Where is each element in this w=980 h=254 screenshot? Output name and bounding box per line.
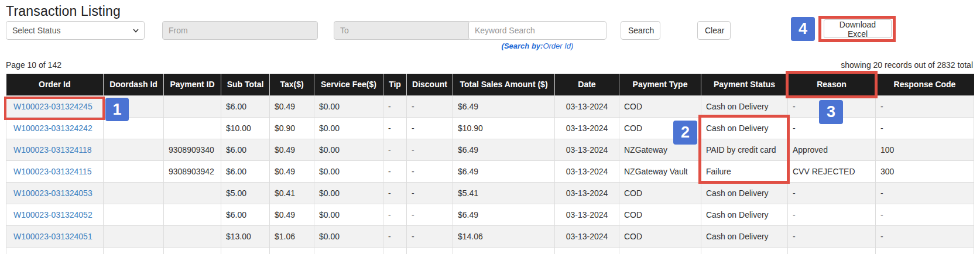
column-header-sub-total: Sub Total	[221, 74, 270, 95]
table-cell	[104, 160, 164, 182]
table-cell: -	[407, 95, 453, 117]
table-cell: -	[407, 182, 453, 204]
table-cell: 300	[876, 160, 974, 182]
table-cell: $0.00	[314, 139, 383, 160]
table-cell: -	[383, 117, 407, 139]
column-header-service-fee: Service Fee($)	[314, 74, 383, 95]
table-cell: 03-13-2024	[555, 225, 619, 247]
clear-button[interactable]: Clear	[697, 21, 731, 40]
table-cell: -	[407, 139, 453, 160]
table-cell	[221, 247, 270, 254]
column-header-discount: Discount	[407, 74, 453, 95]
annotation-box-reason-header	[786, 71, 878, 98]
table-cell: $6.49	[453, 160, 555, 182]
table-cell	[383, 247, 407, 254]
search-hint-rest: Order Id)	[543, 42, 573, 50]
table-cell: $1.06	[270, 225, 314, 247]
table-cell: -	[788, 204, 876, 225]
table-cell: Cash on Delivery	[701, 182, 788, 204]
table-cell	[407, 247, 453, 254]
table-row: W100023-031324053$5.00$0.41$0.00--$5.410…	[6, 182, 974, 204]
table-cell: $14.06	[453, 225, 555, 247]
from-date-input[interactable]	[162, 21, 318, 40]
table-cell: W100023-031324053	[6, 182, 104, 204]
table-cell: $6.00	[221, 204, 270, 225]
order-id-link[interactable]: W100023-031324115	[13, 167, 92, 176]
search-hint-bold: (Search by:	[502, 42, 543, 50]
table-cell: 03-13-2024	[555, 182, 619, 204]
table-cell	[619, 247, 701, 254]
order-id-link[interactable]: W100023-031324051	[13, 232, 92, 241]
table-cell: 9308909340	[164, 139, 221, 160]
table-cell: CVV REJECTED	[788, 160, 876, 182]
table-cell: COD	[619, 204, 701, 225]
table-cell: -	[383, 225, 407, 247]
table-cell: $0.49	[270, 95, 314, 117]
annotation-badge-2: 2	[673, 121, 697, 145]
table-cell: 03-13-2024	[555, 139, 619, 160]
table-cell	[788, 247, 876, 254]
table-cell: Cash on Delivery	[701, 95, 788, 117]
annotation-box-payment-status	[698, 115, 790, 184]
table-cell: -	[383, 139, 407, 160]
table-cell: $0.00	[314, 204, 383, 225]
column-header-payment-status: Payment Status	[701, 74, 788, 95]
column-header-tip: Tip	[383, 74, 407, 95]
table-cell: COD	[619, 95, 701, 117]
column-header-tax: Tax($)	[270, 74, 314, 95]
column-header-order-id: Order Id	[6, 74, 104, 95]
table-cell: COD	[619, 182, 701, 204]
table-row: W100023-0313241159308903942$6.00$0.49$0.…	[6, 160, 974, 182]
table-cell	[164, 95, 221, 117]
table-cell	[104, 139, 164, 160]
table-cell	[104, 182, 164, 204]
table-cell: $10.90	[453, 117, 555, 139]
table-cell: -	[407, 117, 453, 139]
table-cell: -	[876, 95, 974, 117]
table-row-partial	[6, 247, 974, 254]
table-cell	[164, 225, 221, 247]
table-cell: $6.49	[453, 95, 555, 117]
order-id-link[interactable]: W100023-031324052	[13, 210, 92, 219]
table-cell	[104, 204, 164, 225]
table-cell	[164, 204, 221, 225]
table-cell: W100023-031324052	[6, 204, 104, 225]
table-cell: $5.00	[221, 182, 270, 204]
search-hint: (Search by:Order Id)	[468, 42, 606, 50]
table-cell: $6.00	[221, 95, 270, 117]
page-info: Page 10 of 142	[6, 60, 61, 70]
table-cell: -	[876, 204, 974, 225]
table-cell	[270, 247, 314, 254]
order-id-link[interactable]: W100023-031324118	[13, 145, 92, 155]
table-cell: W100023-031324115	[6, 160, 104, 182]
table-cell: -	[788, 225, 876, 247]
table-cell: -	[383, 182, 407, 204]
table-cell	[104, 247, 164, 254]
table-cell: $6.00	[221, 160, 270, 182]
table-cell: 03-13-2024	[555, 117, 619, 139]
search-button[interactable]: Search	[621, 21, 660, 40]
order-id-link[interactable]: W100023-031324242	[13, 123, 92, 133]
table-cell: -	[407, 225, 453, 247]
table-cell	[6, 247, 104, 254]
to-date-input[interactable]	[334, 21, 471, 40]
table-cell: $0.90	[270, 117, 314, 139]
table-cell	[164, 247, 221, 254]
status-select[interactable]: Select Status	[6, 21, 145, 40]
table-cell: 9308903942	[164, 160, 221, 182]
keyword-search-input[interactable]	[468, 21, 606, 40]
transaction-listing-page: Transaction Listing Select Status (Searc…	[0, 0, 980, 254]
annotation-badge-1: 1	[105, 98, 129, 121]
annotation-badge-3: 3	[819, 100, 843, 124]
annotation-box-download-excel	[818, 16, 896, 42]
status-select-wrap: Select Status	[6, 21, 145, 40]
table-cell	[314, 247, 383, 254]
table-cell	[555, 247, 619, 254]
table-cell: Cash on Delivery	[701, 204, 788, 225]
annotation-badge-4: 4	[791, 17, 815, 41]
table-cell: $0.00	[314, 95, 383, 117]
table-cell: $0.49	[270, 139, 314, 160]
table-cell: -	[383, 160, 407, 182]
order-id-link[interactable]: W100023-031324053	[13, 188, 92, 198]
table-cell: W100023-031324118	[6, 139, 104, 160]
